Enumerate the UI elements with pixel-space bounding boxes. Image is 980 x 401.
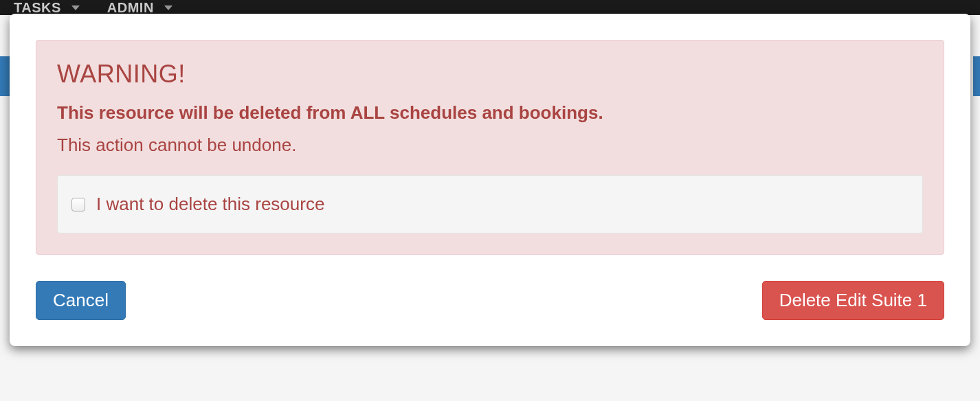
top-nav-bar: TASKS ADMIN [0,0,980,15]
alert-strong-text: This resource will be deleted from ALL s… [57,102,923,124]
chevron-down-icon [71,5,80,10]
confirm-delete-checkbox[interactable] [71,198,85,211]
delete-confirmation-modal: WARNING! This resource will be deleted f… [10,14,970,346]
confirm-delete-label[interactable]: I want to delete this resource [96,194,324,215]
alert-text: This action cannot be undone. [57,135,923,156]
cancel-button[interactable]: Cancel [36,281,126,320]
warning-alert: WARNING! This resource will be deleted f… [36,40,944,255]
modal-footer: Cancel Delete Edit Suite 1 [36,281,944,320]
confirm-checkbox-container: I want to delete this resource [57,175,923,233]
delete-button[interactable]: Delete Edit Suite 1 [762,281,944,320]
chevron-down-icon [164,5,172,10]
backdrop-strip [973,56,980,96]
alert-title: WARNING! [57,60,923,89]
backdrop-strip [0,56,10,96]
